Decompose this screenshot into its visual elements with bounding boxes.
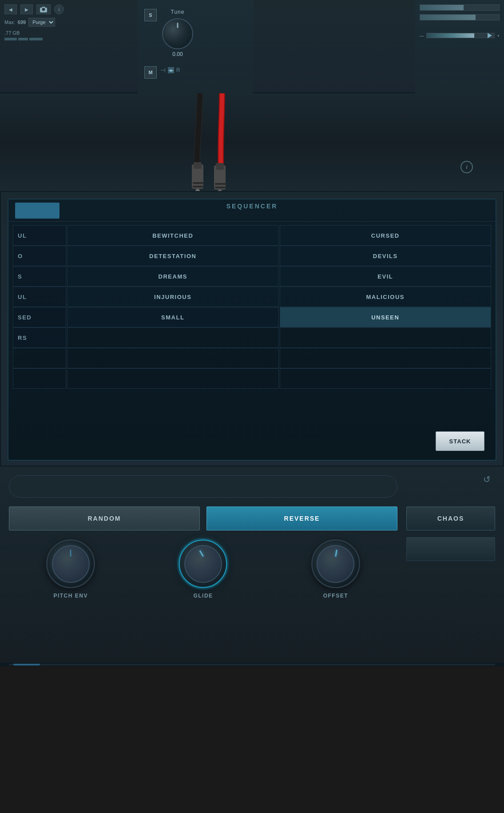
glide-knob-container: GLIDE <box>179 539 227 599</box>
sequencer-title: SEQUENCER <box>226 203 278 210</box>
preset-malicious[interactable]: MALICIOUS <box>280 287 492 307</box>
sequencer-panel: SEQUENCER UL O S UL SED RS BEWITCHED DET… <box>0 191 504 466</box>
offset-label: OFFSET <box>323 593 348 599</box>
forward-button[interactable]: ▶ <box>20 4 33 14</box>
m-button[interactable]: M <box>144 66 157 79</box>
chaos-button[interactable]: CHAOS <box>406 506 495 530</box>
preset-item-ul2[interactable]: UL <box>13 287 66 307</box>
info-button-top[interactable]: i <box>54 4 64 14</box>
preset-unseen[interactable]: UNSEEN <box>280 307 492 327</box>
preset-empty-r3[interactable] <box>280 368 492 389</box>
sequencer-inner: SEQUENCER UL O S UL SED RS BEWITCHED DET… <box>8 199 496 461</box>
max-value: 699 <box>18 20 26 25</box>
preset-cursed[interactable]: CURSED <box>280 225 492 246</box>
glide-knob[interactable] <box>179 539 227 588</box>
vol-slider[interactable] <box>426 33 495 38</box>
nav-controls: ◀ ▶ i <box>4 4 138 14</box>
preset-item-sed[interactable]: SED <box>13 307 66 327</box>
pitch-env-knob-container: PITCH ENV <box>46 539 95 599</box>
preset-empty-r2[interactable] <box>280 348 492 368</box>
bottom-scrollbar[interactable] <box>0 663 504 666</box>
preset-col-2: BEWITCHED DETESTATION DREAMS INJURIOUS S… <box>67 225 279 389</box>
preset-dreams[interactable]: DREAMS <box>67 266 279 287</box>
svg-rect-4 <box>193 186 203 187</box>
text-display[interactable] <box>9 475 397 498</box>
svg-rect-9 <box>215 187 226 188</box>
mono-icon: ◀▶ <box>168 67 174 73</box>
slider-1[interactable] <box>420 4 500 11</box>
preset-empty-m1[interactable] <box>67 327 279 348</box>
glide-knob-inner <box>184 545 222 583</box>
preset-item-ul1[interactable]: UL <box>13 225 66 246</box>
gb-display: .77 GB <box>4 30 138 36</box>
cables-area: i <box>0 93 504 191</box>
glide-label: GLIDE <box>193 593 213 599</box>
preset-detestation[interactable]: DETESTATION <box>67 246 279 266</box>
pitch-env-label: PITCH ENV <box>53 593 88 599</box>
preset-bewitched[interactable]: BEWITCHED <box>67 225 279 246</box>
preset-item-empty2[interactable] <box>13 368 66 389</box>
bar3 <box>29 38 43 40</box>
preset-col-1: UL O S UL SED RS <box>13 225 66 389</box>
preset-grid: UL O S UL SED RS BEWITCHED DETESTATION D… <box>13 225 491 389</box>
svg-rect-8 <box>215 183 226 185</box>
preset-small[interactable]: SMALL <box>67 307 279 327</box>
preset-col-3: CURSED DEVILS EVIL MALICIOUS UNSEEN <box>280 225 492 389</box>
controls-inner: RANDOM REVERSE PITCH ENV <box>9 475 495 658</box>
s-button[interactable]: S <box>144 9 157 21</box>
tab-left[interactable] <box>15 203 60 219</box>
vol-plus: + <box>497 33 500 38</box>
left-controls: RANDOM REVERSE PITCH ENV <box>9 475 397 658</box>
random-button[interactable]: RANDOM <box>9 506 200 530</box>
offset-knob-container: OFFSET <box>311 539 360 599</box>
reverse-button[interactable]: REVERSE <box>206 506 397 530</box>
max-label: Max: <box>4 20 15 25</box>
preset-empty-m3[interactable] <box>67 368 279 389</box>
vol-row: — + <box>420 31 500 38</box>
offset-knob[interactable] <box>311 539 360 588</box>
back-button[interactable]: ◀ <box>4 4 17 14</box>
pitch-env-knob-inner <box>52 545 90 583</box>
svg-rect-1 <box>194 162 202 169</box>
camera-button[interactable] <box>36 4 51 14</box>
glide-indicator <box>199 550 204 557</box>
tune-knob-container: Tune 0.00 <box>162 9 193 57</box>
scroll-back-icon[interactable]: ↺ <box>480 473 493 486</box>
pitch-env-knob[interactable] <box>46 539 95 588</box>
preset-evil[interactable]: EVIL <box>280 266 492 287</box>
bottom-controls: ↺ RANDOM REVERSE <box>0 466 504 666</box>
left-controls-bar: ◀ ▶ i Max: 699 Purge .77 GB <box>0 0 142 92</box>
knobs-row: PITCH ENV GLIDE <box>9 539 397 599</box>
info-icon-main[interactable]: i <box>460 161 473 173</box>
preset-item-s[interactable]: S <box>13 266 66 287</box>
tab-bar: SEQUENCER <box>8 199 496 222</box>
pitch-env-indicator <box>70 550 71 557</box>
purge-select[interactable]: Purge <box>28 18 55 27</box>
scrollbar-track <box>9 664 495 666</box>
tune-knob[interactable] <box>162 18 193 49</box>
preset-devils[interactable]: DEVILS <box>280 246 492 266</box>
random-reverse-row: RANDOM REVERSE <box>9 506 397 530</box>
svg-rect-6 <box>216 163 224 170</box>
bar2 <box>18 38 28 40</box>
preset-item-o[interactable]: O <box>13 246 66 266</box>
mini-bars <box>4 38 138 40</box>
info-icon-label: i <box>466 163 468 171</box>
preset-item-rs[interactable]: RS <box>13 327 66 348</box>
preset-item-empty1[interactable] <box>13 348 66 368</box>
right-sliders: — + <box>415 0 504 93</box>
preset-empty-r1[interactable] <box>280 327 492 348</box>
scrollbar-thumb[interactable] <box>13 664 40 666</box>
cables-svg <box>173 93 262 191</box>
tune-label: Tune <box>171 9 185 15</box>
extra-button[interactable] <box>406 537 495 561</box>
preset-empty-m2[interactable] <box>67 348 279 368</box>
offset-indicator <box>335 549 337 556</box>
max-row: Max: 699 Purge <box>4 18 138 27</box>
right-buttons: CHAOS <box>406 475 495 658</box>
vol-minus: — <box>420 33 424 38</box>
top-bar: ◀ ▶ i Max: 699 Purge .77 GB S <box>0 0 504 93</box>
stack-button[interactable]: STACK <box>436 431 484 451</box>
slider-2[interactable] <box>420 14 500 20</box>
preset-injurious[interactable]: INJURIOUS <box>67 287 279 307</box>
